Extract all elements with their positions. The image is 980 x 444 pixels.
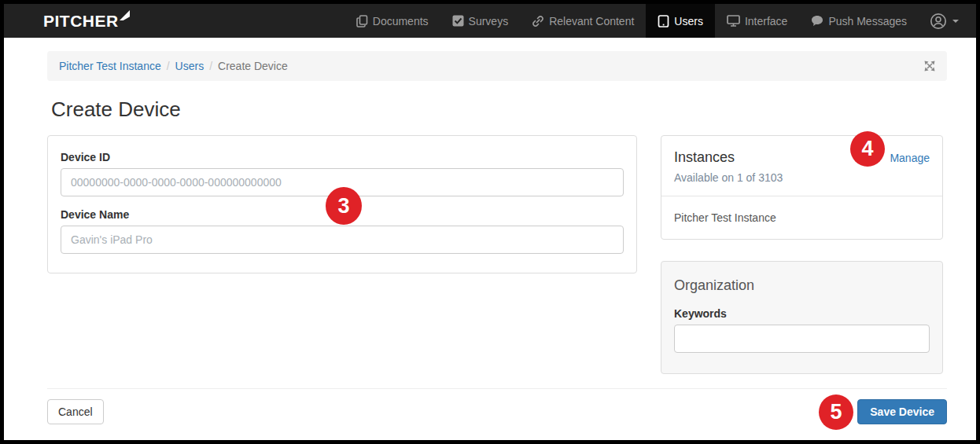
pitcher-logo[interactable]: PITCHER (4, 4, 130, 38)
monitor-icon (727, 15, 740, 27)
nav-item-relevant-content[interactable]: Relevant Content (520, 4, 646, 38)
instances-panel: Instances Manage Available on 1 of 3103 … (661, 135, 943, 240)
annotation-circle-4: 4 (850, 131, 885, 167)
nav-item-label: Documents (373, 15, 429, 28)
annotation-circle-5: 5 (819, 394, 853, 430)
save-device-button[interactable]: Save Device (857, 399, 947, 424)
screenshot-frame: PITCHER Documents Surveys (0, 0, 980, 444)
user-circle-icon (930, 13, 947, 30)
breadcrumb-current: Create Device (218, 60, 288, 72)
breadcrumb-link-users[interactable]: Users (175, 60, 204, 72)
instance-list-item[interactable]: Pitcher Test Instance (661, 196, 942, 239)
pitcher-logo-text: PITCHER (43, 12, 119, 31)
documents-icon (356, 15, 368, 28)
annotation-circle-3: 3 (326, 187, 362, 225)
instances-availability: Available on 1 of 3103 (674, 171, 930, 184)
instances-title: Instances (674, 149, 735, 166)
breadcrumb: Pitcher Test Instance/Users/Create Devic… (47, 51, 947, 81)
nav-item-users[interactable]: Users (646, 4, 715, 38)
device-name-input[interactable] (61, 226, 624, 254)
nav-item-push-messages[interactable]: Push Messages (799, 4, 919, 38)
page-title: Create Device (51, 97, 947, 122)
caret-down-icon (952, 20, 959, 23)
cancel-button[interactable]: Cancel (47, 399, 104, 424)
manage-link[interactable]: Manage (890, 152, 930, 164)
user-menu-dropdown[interactable] (919, 4, 976, 38)
keywords-input[interactable] (674, 325, 930, 353)
nav-item-label: Users (674, 15, 703, 28)
breadcrumb-separator: / (209, 60, 212, 72)
footer-actions: Cancel Save Device (47, 399, 947, 424)
breadcrumb-link-instance[interactable]: Pitcher Test Instance (59, 60, 161, 72)
sidebar-column: Instances Manage Available on 1 of 3103 … (661, 135, 943, 374)
nav-item-label: Relevant Content (549, 15, 634, 28)
organization-panel: Organization Keywords (661, 261, 943, 374)
keywords-label: Keywords (674, 307, 930, 320)
breadcrumb-separator: / (167, 60, 170, 72)
footer-divider (47, 388, 947, 389)
nav-item-label: Interface (745, 15, 787, 28)
nav-item-interface[interactable]: Interface (715, 4, 799, 38)
expand-icon[interactable] (924, 61, 935, 72)
pitcher-logo-arrow-icon (120, 10, 130, 20)
link-icon (532, 15, 544, 28)
device-id-label: Device ID (61, 151, 624, 163)
organization-title: Organization (674, 277, 930, 294)
nav-item-surveys[interactable]: Surveys (440, 4, 521, 38)
navbar-menu: Documents Surveys Relevant Content (344, 4, 976, 38)
top-navbar: PITCHER Documents Surveys (4, 4, 976, 38)
nav-item-documents[interactable]: Documents (344, 4, 440, 38)
main-content: Pitcher Test Instance/Users/Create Devic… (4, 38, 976, 440)
surveys-icon (452, 15, 464, 27)
nav-item-label: Surveys (469, 15, 509, 28)
speech-bubble-icon (811, 15, 823, 27)
tablet-icon (658, 15, 669, 28)
nav-item-label: Push Messages (828, 15, 907, 28)
